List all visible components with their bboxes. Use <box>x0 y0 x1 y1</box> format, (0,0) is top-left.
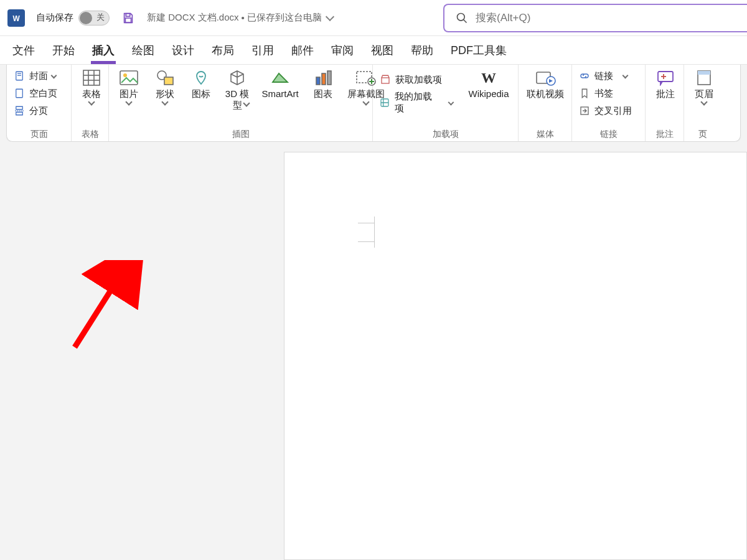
page-break-icon <box>13 105 26 117</box>
group-links: 链接 书签 交叉引用 链接 <box>572 65 646 141</box>
tab-mail[interactable]: 邮件 <box>290 38 315 64</box>
ribbon-tabs: 文件 开始 插入 绘图 设计 布局 引用 邮件 审阅 视图 帮助 PDF工具集 <box>0 36 747 65</box>
autosave-off-text: 关 <box>96 12 105 23</box>
blank-page-icon <box>13 87 26 100</box>
svg-rect-9 <box>16 89 23 98</box>
header-button[interactable]: 页眉 <box>689 67 719 105</box>
chevron-down-icon <box>362 98 369 105</box>
wikipedia-button[interactable]: W Wikipedia <box>464 67 513 100</box>
group-label-media: 媒体 <box>524 127 566 141</box>
my-addins-button[interactable]: 我的加载项 <box>378 90 454 116</box>
chevron-down-icon <box>448 99 454 105</box>
group-label-links: 链接 <box>577 127 640 141</box>
document-status: 已保存到这台电脑 <box>247 12 322 24</box>
tab-reference[interactable]: 引用 <box>250 38 275 64</box>
svg-rect-2 <box>126 13 129 16</box>
bookmark-button[interactable]: 书签 <box>577 86 633 101</box>
autosave-label: 自动保存 <box>36 12 73 24</box>
pictures-icon <box>116 68 141 87</box>
comment-button[interactable]: 批注 <box>651 67 680 100</box>
icons-icon <box>189 68 214 87</box>
svg-rect-22 <box>327 71 331 85</box>
3d-models-icon <box>225 68 250 87</box>
page-break-button[interactable]: 分页 <box>12 103 59 118</box>
smartart-icon <box>268 68 293 87</box>
group-label-illustrations: 插图 <box>114 127 367 141</box>
chevron-down-icon <box>161 98 168 105</box>
tab-help[interactable]: 帮助 <box>410 38 435 64</box>
icons-button[interactable]: 图标 <box>186 67 216 100</box>
word-app-icon: W <box>7 9 25 27</box>
group-label-addins: 加载项 <box>378 127 513 141</box>
pictures-button[interactable]: 图片 <box>114 67 144 105</box>
tab-home[interactable]: 开始 <box>51 38 76 64</box>
tab-design[interactable]: 设计 <box>171 38 195 64</box>
search-wrap <box>443 4 747 32</box>
svg-point-4 <box>458 14 465 21</box>
svg-rect-19 <box>164 77 173 85</box>
svg-line-38 <box>75 264 128 347</box>
svg-point-17 <box>123 73 127 77</box>
cover-page-button[interactable]: 封面 <box>12 68 59 83</box>
crossref-icon <box>578 105 591 117</box>
shapes-button[interactable]: 形状 <box>150 67 180 105</box>
autosave-toggle[interactable]: 自动保存 关 <box>36 11 110 26</box>
online-video-button[interactable]: 联机视频 <box>524 67 567 100</box>
link-button[interactable]: 链接 <box>577 68 633 83</box>
tab-draw[interactable]: 绘图 <box>131 38 156 64</box>
smartart-button[interactable]: SmartArt <box>258 67 302 100</box>
tab-layout[interactable]: 布局 <box>210 38 235 64</box>
tab-review[interactable]: 审阅 <box>330 38 355 64</box>
tab-view[interactable]: 视图 <box>370 38 395 64</box>
svg-rect-11 <box>83 70 100 85</box>
group-tables: 表格 表格 <box>72 65 109 141</box>
search-icon <box>456 12 468 24</box>
chart-icon <box>311 68 336 87</box>
svg-rect-3 <box>125 18 131 22</box>
save-button[interactable] <box>121 11 136 26</box>
cursor-guide <box>358 241 374 242</box>
blank-page-button[interactable]: 空白页 <box>12 86 59 101</box>
svg-rect-27 <box>382 78 389 83</box>
group-label-tables: 表格 <box>77 127 103 141</box>
search-box[interactable] <box>443 4 747 32</box>
table-button[interactable]: 表格 <box>77 67 106 105</box>
group-label-comments: 批注 <box>651 127 679 141</box>
annotation-arrow <box>68 260 143 353</box>
document-name: 新建 DOCX 文档.docx <box>147 12 239 24</box>
group-illustrations: 图片 形状 图标 <box>109 65 373 141</box>
chart-button[interactable]: 图表 <box>308 67 338 100</box>
group-addins: 获取加载项 我的加载项 W Wikipedia 加载项 <box>373 65 519 141</box>
tab-pdf[interactable]: PDF工具集 <box>449 38 508 64</box>
toggle-knob <box>80 12 92 24</box>
ribbon: 封面 空白页 分页 页面 <box>6 65 741 142</box>
crossref-button[interactable]: 交叉引用 <box>577 103 633 118</box>
chevron-down-icon <box>88 98 95 105</box>
tab-file[interactable]: 文件 <box>11 38 36 64</box>
wikipedia-icon: W <box>476 68 501 87</box>
3d-models-button[interactable]: 3D 模型 <box>222 67 252 106</box>
online-video-icon <box>533 68 558 87</box>
group-media: 联机视频 媒体 <box>519 65 572 141</box>
addins-icon <box>379 96 391 109</box>
svg-rect-16 <box>120 71 138 85</box>
bookmark-icon <box>578 87 591 100</box>
svg-rect-20 <box>316 77 320 85</box>
page[interactable] <box>284 152 747 560</box>
svg-text:W: W <box>481 70 496 86</box>
group-headerfooter: 页眉 页 <box>684 65 721 141</box>
get-addins-button[interactable]: 获取加载项 <box>378 72 454 87</box>
search-input[interactable] <box>474 11 747 25</box>
autosave-switch[interactable]: 关 <box>78 11 110 26</box>
tab-insert[interactable]: 插入 <box>91 38 116 64</box>
group-comments: 批注 批注 <box>646 65 684 141</box>
group-label-pages: 页面 <box>12 127 66 141</box>
document-title-button[interactable]: 新建 DOCX 文档.docx • 已保存到这台电脑 <box>147 12 333 24</box>
link-icon <box>578 70 591 82</box>
svg-text:W: W <box>12 14 20 22</box>
svg-rect-6 <box>16 72 23 80</box>
chevron-down-icon <box>125 98 132 105</box>
header-icon <box>692 68 716 87</box>
svg-rect-37 <box>698 71 710 75</box>
chevron-down-icon <box>51 72 57 78</box>
